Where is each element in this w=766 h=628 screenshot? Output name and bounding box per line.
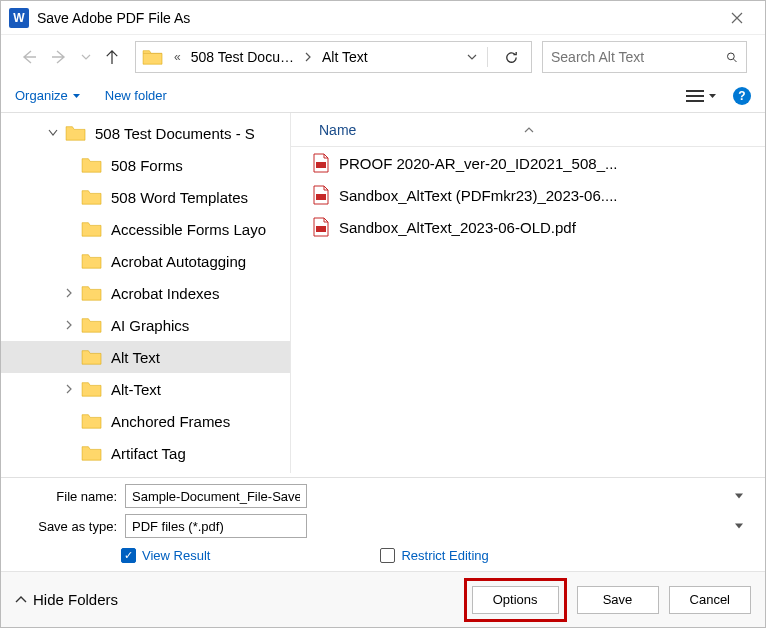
folder-icon	[142, 48, 164, 66]
search-input[interactable]	[551, 49, 726, 65]
expand-toggle[interactable]	[61, 285, 77, 301]
sort-indicator	[524, 127, 534, 133]
hide-folders-label: Hide Folders	[33, 591, 118, 608]
chevron-down-icon	[48, 129, 58, 137]
tree-label: Acrobat Indexes	[111, 285, 290, 302]
tree-row[interactable]: 508 Forms	[1, 149, 290, 181]
path-dropdown-button[interactable]	[461, 54, 483, 60]
file-name: Sandbox_AltText_2023-06-OLD.pdf	[339, 219, 576, 236]
titlebar: W Save Adobe PDF File As	[1, 1, 765, 35]
svg-rect-1	[316, 162, 326, 168]
nav-back-button[interactable]	[15, 44, 41, 70]
file-name: Sandbox_AltText (PDFmkr23)_2023-06....	[339, 187, 617, 204]
expand-toggle[interactable]	[45, 125, 61, 141]
nav-up-button[interactable]	[99, 44, 125, 70]
tree-label: Alt-Text	[111, 381, 290, 398]
tree-row[interactable]: 508 Test Documents - S	[1, 117, 290, 149]
breadcrumb-sep-1[interactable]	[302, 52, 314, 62]
file-name: PROOF 2020-AR_ver-20_ID2021_508_...	[339, 155, 618, 172]
breadcrumb-item-2[interactable]: Alt Text	[318, 47, 372, 67]
view-result-label: View Result	[142, 548, 210, 563]
column-name-label: Name	[319, 122, 356, 138]
checkbox-unchecked-icon	[380, 548, 395, 563]
restrict-editing-checkbox[interactable]: Restrict Editing	[380, 548, 488, 563]
breadcrumb-item-1[interactable]: 508 Test Docu…	[187, 47, 298, 67]
file-row[interactable]: Sandbox_AltText_2023-06-OLD.pdf	[291, 211, 765, 243]
tree-row[interactable]: Accessible Forms Layo	[1, 213, 290, 245]
tree-row[interactable]: 508 Word Templates	[1, 181, 290, 213]
chevron-down-icon	[72, 93, 81, 99]
close-icon	[731, 12, 743, 24]
svg-rect-2	[316, 194, 326, 200]
tree-label: Accessible Forms Layo	[111, 221, 290, 238]
arrow-left-icon	[20, 50, 36, 64]
folder-icon	[81, 444, 103, 462]
tree-label: Artifact Tag	[111, 445, 290, 462]
tree-row-selected[interactable]: Alt Text	[1, 341, 290, 373]
type-select[interactable]	[125, 514, 307, 538]
file-list-pane[interactable]: Name PROOF 2020-AR_ver-20_ID2021_508_...…	[291, 113, 765, 473]
file-row[interactable]: PROOF 2020-AR_ver-20_ID2021_508_...	[291, 147, 765, 179]
breadcrumb-prefix: «	[172, 50, 183, 64]
file-row[interactable]: Sandbox_AltText (PDFmkr23)_2023-06....	[291, 179, 765, 211]
folder-icon	[65, 124, 87, 142]
toolbar: Organize New folder ?	[1, 79, 765, 113]
expand-toggle[interactable]	[61, 381, 77, 397]
checks-row: ✓ View Result Restrict Editing	[1, 544, 751, 565]
new-folder-label: New folder	[105, 88, 167, 103]
refresh-button[interactable]	[498, 50, 525, 65]
filename-input[interactable]	[125, 484, 307, 508]
tree-label: 508 Forms	[111, 157, 290, 174]
main-panel: 508 Test Documents - S 508 Forms 508 Wor…	[1, 113, 765, 473]
filename-label: File name:	[1, 489, 125, 504]
column-name[interactable]: Name	[319, 122, 534, 138]
tree-row[interactable]: Anchored Frames	[1, 405, 290, 437]
chevron-right-icon	[65, 288, 73, 298]
chevron-right-icon	[304, 52, 312, 62]
refresh-icon	[504, 50, 519, 65]
tree-row[interactable]: AI Graphics	[1, 309, 290, 341]
pdf-icon	[311, 153, 331, 173]
arrow-right-icon	[52, 50, 68, 64]
tree-row[interactable]: Alt-Text	[1, 373, 290, 405]
view-mode-button[interactable]	[680, 88, 723, 104]
path-breadcrumb[interactable]: « 508 Test Docu… Alt Text	[135, 41, 532, 73]
folder-icon	[81, 284, 103, 302]
cancel-button[interactable]: Cancel	[669, 586, 751, 614]
help-button[interactable]: ?	[733, 87, 751, 105]
organize-menu[interactable]: Organize	[15, 88, 81, 103]
chevron-down-icon	[81, 54, 91, 60]
folder-icon	[81, 380, 103, 398]
new-folder-button[interactable]: New folder	[105, 88, 167, 103]
nav-recent-dropdown[interactable]	[79, 44, 93, 70]
tree-label: 508 Test Documents - S	[95, 125, 290, 142]
folder-icon	[81, 188, 103, 206]
options-button[interactable]: Options	[472, 586, 559, 614]
chevron-right-icon	[65, 384, 73, 394]
folder-tree[interactable]: 508 Test Documents - S 508 Forms 508 Wor…	[1, 113, 291, 473]
organize-label: Organize	[15, 88, 68, 103]
folder-icon	[81, 316, 103, 334]
tree-label: Anchored Frames	[111, 413, 290, 430]
type-label: Save as type:	[1, 519, 125, 534]
expand-toggle[interactable]	[61, 317, 77, 333]
folder-icon	[81, 220, 103, 238]
close-button[interactable]	[717, 3, 757, 33]
view-result-checkbox[interactable]: ✓ View Result	[121, 548, 210, 563]
save-button[interactable]: Save	[577, 586, 659, 614]
tree-row[interactable]: Artifact Tag	[1, 437, 290, 469]
nav-forward-button[interactable]	[47, 44, 73, 70]
chevron-right-icon	[65, 320, 73, 330]
svg-rect-3	[316, 226, 326, 232]
hide-folders-button[interactable]: Hide Folders	[15, 591, 118, 608]
folder-icon	[81, 156, 103, 174]
list-header[interactable]: Name	[291, 113, 765, 147]
folder-icon	[81, 412, 103, 430]
folder-icon	[81, 348, 103, 366]
tree-row[interactable]: Acrobat Autotagging	[1, 245, 290, 277]
tree-row[interactable]: Acrobat Indexes	[1, 277, 290, 309]
pdf-icon	[311, 217, 331, 237]
sort-asc-icon	[524, 127, 534, 133]
search-box[interactable]	[542, 41, 747, 73]
tree-label: 508 Word Templates	[111, 189, 290, 206]
